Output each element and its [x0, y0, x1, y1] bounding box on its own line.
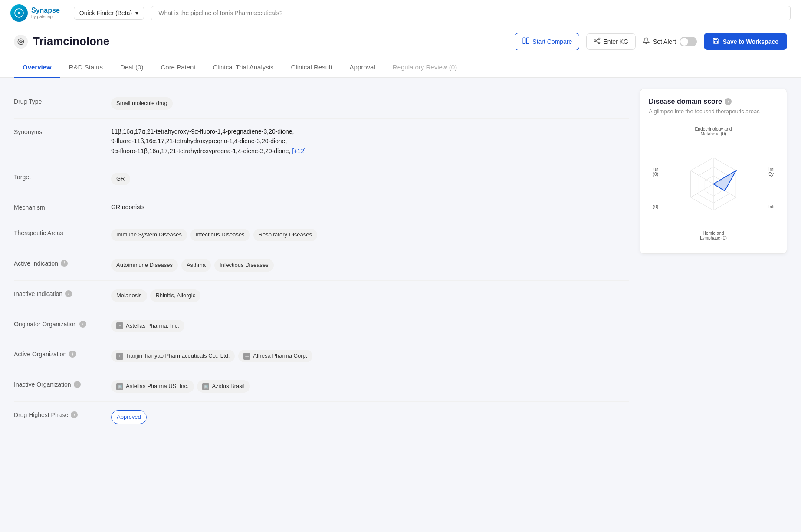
kg-icon — [594, 37, 601, 46]
active-org-row: Active Organization i T Tianjin Tianyao … — [14, 341, 629, 371]
finder-label: Quick Finder (Beta) — [79, 10, 132, 16]
info-icon-active-org: i — [69, 351, 76, 358]
originator-org-label: Originator Organization i — [14, 319, 101, 328]
mechanism-row: Mechanism GR agonists — [14, 194, 629, 220]
top-nav: Synapse by patsnap Quick Finder (Beta) ▾ — [0, 0, 801, 26]
svg-rect-3 — [527, 38, 529, 44]
therapeutic-tag-2: Respiratory Diseases — [253, 229, 318, 241]
set-alert-toggle-wrapper: Set Alert — [643, 37, 697, 46]
logo-title: Synapse — [31, 7, 60, 14]
alert-toggle[interactable] — [680, 37, 697, 46]
active-indication-value: Autoimmune Diseases Asthma Infectious Di… — [111, 258, 629, 273]
tab-rd-status[interactable]: R&D Status — [60, 57, 112, 78]
alert-icon — [643, 37, 650, 46]
drug-highest-phase-value: Approved — [111, 410, 629, 425]
drug-highest-phase-label: Drug Highest Phase i — [14, 410, 101, 418]
tab-approval[interactable]: Approval — [341, 57, 384, 78]
svg-text:Hemic and: Hemic and — [703, 231, 724, 236]
enter-kg-label: Enter KG — [603, 38, 628, 45]
inactive-org-value: 🏢 Astellas Pharma US, Inc. 🏢 Azidus Bras… — [111, 379, 629, 394]
svg-text:Endocrinology and: Endocrinology and — [695, 127, 732, 131]
svg-text:Metabolic (0): Metabolic (0) — [700, 131, 726, 136]
logo-icon — [10, 4, 28, 22]
info-icon-phase: i — [71, 411, 78, 418]
active-org-1: — Alfresa Pharma Corp. — [238, 350, 312, 362]
originator-logo-0: ~ — [116, 322, 123, 329]
tab-deal[interactable]: Deal (0) — [112, 57, 152, 78]
save-button[interactable]: Save to Workspace — [704, 33, 787, 50]
active-org-0: T Tianjin Tianyao Pharmaceuticals Co., L… — [111, 350, 235, 362]
drug-name: Triamcinolone — [33, 35, 109, 48]
enter-kg-button[interactable]: Enter KG — [586, 33, 636, 50]
info-icon-active-indication: i — [61, 260, 68, 267]
svg-text:Infectious (1): Infectious (1) — [768, 204, 774, 209]
inactive-org-logo-1: 🏢 — [202, 383, 209, 390]
main-content: Drug Type Small molecule drug Synonyms 1… — [0, 78, 801, 443]
compare-button[interactable]: Start Compare — [515, 33, 579, 50]
tab-core-patent[interactable]: Core Patent — [152, 57, 204, 78]
drug-type-label: Drug Type — [14, 96, 101, 105]
logo-area: Synapse by patsnap — [10, 4, 60, 22]
drug-title-area: Triamcinolone — [14, 35, 109, 49]
inactive-indication-row: Inactive Indication i Melanosis Rhinitis… — [14, 281, 629, 311]
tabs-bar: Overview R&D Status Deal (0) Core Patent… — [0, 57, 801, 78]
inactive-org-label: Inactive Organization i — [14, 379, 101, 388]
info-icon-disease: i — [725, 98, 732, 105]
drug-highest-phase-row: Drug Highest Phase i Approved — [14, 402, 629, 433]
synonym-1: 11β,16α,17α,21-tetrahydroxy-9α-fluoro-1,… — [111, 127, 629, 136]
synonyms-row: Synonyms 11β,16α,17α,21-tetrahydroxy-9α-… — [14, 119, 629, 164]
active-indication-label: Active Indication i — [14, 258, 101, 267]
compare-label: Start Compare — [532, 38, 572, 45]
drug-type-value: Small molecule drug — [111, 96, 629, 111]
synonym-3: 9α-fluoro-11β,16α,17,21-tetrahydroxypreg… — [111, 146, 629, 156]
disease-domain-card: Disease domain score i A glimpse into th… — [640, 89, 787, 254]
radar-container: Endocrinology and Metabolic (0) Immune S… — [649, 123, 778, 245]
tab-overview[interactable]: Overview — [14, 57, 60, 78]
svg-text:System (0): System (0) — [653, 172, 658, 177]
active-org-logo-0: T — [116, 353, 123, 360]
page-header: Triamcinolone Start Compare — [0, 26, 801, 57]
mechanism-label: Mechanism — [14, 202, 101, 211]
info-icon-inactive-org: i — [74, 381, 81, 388]
svg-point-5 — [598, 38, 600, 39]
svg-text:Neoplasms (0): Neoplasms (0) — [653, 204, 658, 209]
inactive-org-logo-0: 🏢 — [116, 383, 123, 390]
compare-icon — [522, 37, 530, 46]
search-input[interactable] — [151, 6, 791, 20]
right-panel: Disease domain score i A glimpse into th… — [640, 89, 787, 433]
mechanism-value: GR agonists — [111, 202, 629, 212]
synonyms-value: 11β,16α,17α,21-tetrahydroxy-9α-fluoro-1,… — [111, 127, 629, 156]
tab-regulatory: Regulatory Review (0) — [384, 57, 466, 78]
svg-line-8 — [596, 41, 598, 42]
originator-org-value: ~ Astellas Pharma, Inc. — [111, 319, 629, 333]
synonym-2: 9-fluoro-11β,16α,17,21-tetrahydroxypregn… — [111, 136, 629, 146]
drug-icon — [14, 35, 28, 49]
inactive-ind-tag-0: Melanosis — [111, 289, 147, 302]
svg-point-4 — [594, 40, 596, 42]
disease-card-title: Disease domain score i — [649, 98, 778, 105]
save-icon — [712, 37, 719, 46]
target-tag: GR — [111, 173, 130, 185]
originator-org-0: ~ Astellas Pharma, Inc. — [111, 320, 184, 332]
synonyms-more[interactable]: [+12] — [292, 148, 306, 154]
synonyms-label: Synonyms — [14, 127, 101, 135]
header-actions: Start Compare Enter KG Set — [515, 33, 787, 50]
approved-tag: Approved — [111, 410, 147, 424]
inactive-indication-label: Inactive Indication i — [14, 289, 101, 297]
active-ind-tag-1: Asthma — [181, 259, 211, 272]
therapeutic-areas-value: Immune System Diseases Infectious Diseas… — [111, 228, 629, 242]
logo-sub: by patsnap — [31, 14, 60, 19]
drug-type-tag: Small molecule drug — [111, 97, 173, 110]
chevron-down-icon: ▾ — [135, 10, 138, 16]
active-ind-tag-2: Infectious Diseases — [214, 259, 274, 272]
svg-line-7 — [596, 39, 598, 40]
disease-card-subtitle: A glimpse into the focused therapeutic a… — [649, 108, 778, 115]
tab-clinical-result[interactable]: Clinical Result — [282, 57, 341, 78]
inactive-org-1: 🏢 Azidus Brasil — [197, 380, 249, 393]
svg-text:Lymphatic (0): Lymphatic (0) — [700, 236, 727, 240]
set-alert-label: Set Alert — [653, 38, 676, 45]
info-icon-inactive-indication: i — [65, 290, 72, 297]
save-label: Save to Workspace — [723, 38, 778, 45]
tab-clinical-trial[interactable]: Clinical Trial Analysis — [204, 57, 282, 78]
quick-finder-dropdown[interactable]: Quick Finder (Beta) ▾ — [74, 7, 144, 20]
